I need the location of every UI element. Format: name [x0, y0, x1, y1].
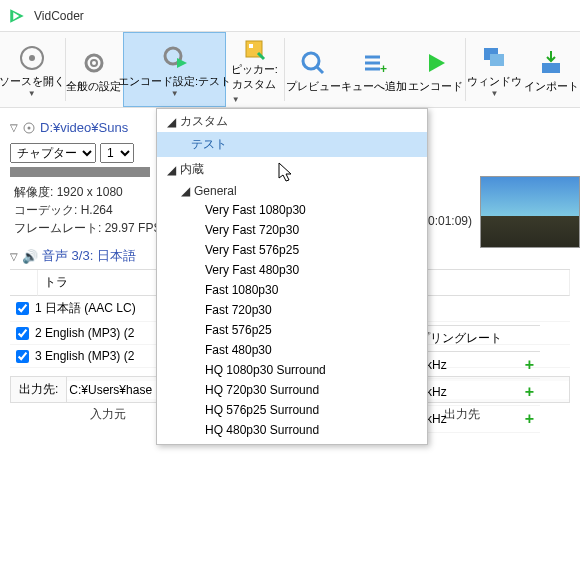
preset-item[interactable]: Very Fast 720p30	[157, 220, 427, 240]
output-label: 出力先:	[11, 377, 67, 402]
svg-rect-18	[490, 54, 504, 66]
svg-point-10	[303, 53, 319, 69]
preview-icon	[299, 49, 327, 77]
picker-icon	[240, 35, 268, 63]
app-logo	[8, 7, 26, 25]
preset-item[interactable]: Very Fast 1080p30	[157, 200, 427, 220]
global-settings-button[interactable]: 全般の設定	[65, 32, 123, 107]
preset-group-custom[interactable]: ◢ カスタム	[157, 109, 427, 132]
svg-point-5	[91, 60, 97, 66]
play-icon	[422, 49, 450, 77]
add-icon[interactable]: +	[525, 356, 534, 374]
preset-group-builtin[interactable]: ◢ 内蔵	[157, 157, 427, 180]
svg-marker-16	[429, 54, 445, 72]
preset-item[interactable]: HQ 576p25 Surround	[157, 400, 427, 420]
queue-add-icon: +	[360, 49, 388, 77]
progress-bar	[10, 167, 150, 177]
chevron-down-icon: ◢	[181, 184, 190, 198]
duration-text: (0:01:09)	[424, 214, 472, 228]
chevron-down-icon: ▼	[171, 89, 179, 98]
preset-item[interactable]: Fast 1080p30	[157, 280, 427, 300]
svg-line-11	[317, 67, 323, 73]
preset-item[interactable]: Fast 480p30	[157, 340, 427, 360]
disc-small-icon	[22, 121, 36, 135]
add-queue-button[interactable]: + キューへ追加	[343, 32, 408, 107]
chapter-select[interactable]: チャプター	[10, 143, 96, 163]
open-source-button[interactable]: ソースを開く ▼	[0, 32, 65, 107]
speaker-icon: 🔊	[22, 249, 38, 264]
window-button[interactable]: ウィンドウ ▼	[466, 32, 524, 107]
import-icon	[539, 49, 563, 77]
chevron-down-icon: ▼	[491, 89, 499, 98]
svg-rect-19	[542, 63, 560, 73]
preset-item[interactable]: Very Fast 576p25	[157, 240, 427, 260]
svg-marker-7	[177, 58, 187, 68]
add-icon[interactable]: +	[525, 410, 534, 428]
preset-group-general[interactable]: ◢ General	[157, 180, 427, 200]
svg-point-3	[29, 55, 35, 61]
chevron-down-icon: ▽	[10, 251, 18, 262]
chevron-down-icon: ◢	[167, 115, 176, 129]
disc-icon	[18, 44, 46, 72]
audio-header: 音声 3/3: 日本語	[42, 247, 136, 265]
preset-item[interactable]: Fast 720p30	[157, 300, 427, 320]
svg-rect-9	[249, 44, 253, 48]
chapter-num-select[interactable]: 1	[100, 143, 134, 163]
picker-button[interactable]: ピッカー: カスタム ▼	[226, 32, 284, 107]
windows-icon	[480, 44, 508, 72]
track-checkbox[interactable]	[16, 350, 29, 363]
track-checkbox[interactable]	[16, 327, 29, 340]
gear-icon	[80, 49, 108, 77]
titlebar: VidCoder	[0, 0, 580, 32]
chevron-down-icon: ▼	[28, 89, 36, 98]
add-icon[interactable]: +	[525, 383, 534, 401]
preset-item[interactable]: HQ 720p30 Surround	[157, 380, 427, 400]
chevron-down-icon: ◢	[167, 163, 176, 177]
encode-settings-button[interactable]: エンコード設定:テスト ▼	[123, 32, 225, 107]
app-title: VidCoder	[34, 9, 84, 23]
encode-button[interactable]: エンコード	[407, 32, 465, 107]
preview-thumbnail	[480, 176, 580, 248]
chevron-down-icon: ▼	[232, 95, 240, 104]
source-path: D:¥video¥Suns	[40, 120, 128, 135]
gear-play-icon	[161, 44, 189, 72]
track-checkbox[interactable]	[16, 302, 29, 315]
preset-item[interactable]: HQ 1080p30 Surround	[157, 360, 427, 380]
svg-point-21	[28, 126, 31, 129]
preset-item[interactable]: HQ 480p30 Surround	[157, 420, 427, 440]
toolbar: ソースを開く ▼ 全般の設定 エンコード設定:テスト ▼ ピッカー: カスタム …	[0, 32, 580, 108]
preset-dropdown: ◢ カスタム テスト ◢ 内蔵 ◢ General Very Fast 1080…	[156, 108, 428, 445]
chevron-down-icon: ▽	[10, 122, 18, 133]
preset-item[interactable]: Very Fast 480p30	[157, 260, 427, 280]
preset-item[interactable]: Fast 576p25	[157, 320, 427, 340]
preset-item-test[interactable]: テスト	[157, 132, 427, 157]
preview-button[interactable]: プレビュー	[285, 32, 343, 107]
svg-text:+: +	[380, 62, 387, 76]
import-button[interactable]: インポート	[524, 32, 580, 107]
